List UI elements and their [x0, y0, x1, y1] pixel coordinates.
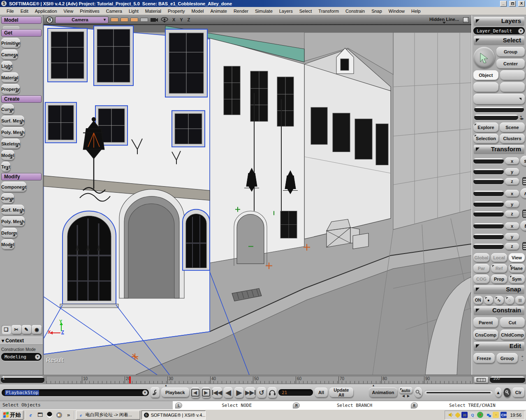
- freeze-button[interactable]: Freeze: [473, 353, 495, 363]
- create-menu-button[interactable]: Poly. Mesh: [1, 127, 25, 137]
- group-button[interactable]: Group: [497, 353, 518, 363]
- update-all-button[interactable]: Update All: [329, 388, 353, 397]
- pen-tool-icon[interactable]: ✎: [22, 325, 32, 334]
- animation-menu-button[interactable]: Animation: [369, 388, 398, 397]
- menu-item[interactable]: Layers: [276, 7, 296, 15]
- display-mode-dropdown[interactable]: Hidden Line...: [429, 17, 459, 23]
- scale-tool-button[interactable]: s: [520, 156, 526, 166]
- rotate-y-slider[interactable]: [473, 201, 504, 207]
- rotate-x-button[interactable]: x: [505, 190, 519, 197]
- quicktime-icon[interactable]: Q: [469, 412, 475, 418]
- set-key-up-icon[interactable]: ▲: [495, 388, 502, 397]
- scale-x-slider[interactable]: [473, 158, 504, 164]
- scale-z-button[interactable]: z: [505, 178, 519, 185]
- current-frame-field[interactable]: 21: [278, 389, 313, 396]
- viewport-resize-icon[interactable]: [463, 17, 469, 23]
- menu-item[interactable]: Constrain: [342, 7, 368, 15]
- viewport-memo-button[interactable]: B: [46, 16, 53, 23]
- modify-menu-button[interactable]: Model: [1, 239, 14, 249]
- ref-mode-button[interactable]: Ref: [491, 264, 507, 273]
- ie-quicklaunch-icon[interactable]: e: [27, 411, 35, 419]
- prev-key-icon[interactable]: ◀: [402, 394, 405, 398]
- task-button-xsi[interactable]: S SOFTIMAGE® | XSI® v.4...: [141, 411, 206, 420]
- sym-mode-button[interactable]: Sym: [509, 275, 525, 284]
- translate-tool-button[interactable]: t: [520, 221, 526, 231]
- stepper-arrows-icon[interactable]: ▲◀▶: [519, 115, 524, 120]
- edit-section-header[interactable]: Edit: [474, 342, 524, 351]
- menu-item[interactable]: View: [60, 7, 77, 15]
- modify-menu-button[interactable]: Surf. Mesh: [1, 205, 24, 215]
- rotate-z-slider[interactable]: [473, 211, 504, 217]
- playback-mode-dropdown[interactable]: PlaybackStop ▼: [2, 389, 149, 396]
- menu-item[interactable]: Transform: [315, 7, 342, 15]
- rotate-y-button[interactable]: y: [505, 201, 519, 208]
- construction-mode-dropdown[interactable]: Modeling ▼: [1, 353, 42, 361]
- input-gold-icon[interactable]: [455, 412, 461, 418]
- select-blank-button[interactable]: [500, 70, 525, 80]
- toolbar-mode-selector[interactable]: Model: [1, 16, 42, 24]
- volume-icon[interactable]: [448, 412, 454, 418]
- playhead[interactable]: [129, 376, 131, 383]
- lan-icon[interactable]: [485, 412, 491, 418]
- scale-y-button[interactable]: y: [505, 168, 519, 175]
- modify-menu-button[interactable]: Poly. Mesh: [1, 216, 25, 226]
- audio-mute-button[interactable]: [268, 387, 277, 398]
- restore-button[interactable]: [509, 1, 516, 7]
- local-mode-button[interactable]: Local: [491, 253, 507, 262]
- quicklaunch-overflow-icon[interactable]: »: [65, 411, 73, 419]
- get-menu-button[interactable]: Material: [1, 72, 19, 83]
- uniform-rotate-icon[interactable]: [522, 210, 526, 218]
- menu-item[interactable]: Primitives: [76, 7, 103, 15]
- snap-region-icon[interactable]: ◌: [505, 296, 514, 305]
- constrain-button[interactable]: CnsComp: [473, 330, 498, 340]
- all-button[interactable]: All: [315, 388, 328, 397]
- menu-item[interactable]: Window: [385, 7, 408, 15]
- minus-icon[interactable]: −: [520, 359, 525, 362]
- menu-item[interactable]: Property: [165, 7, 188, 15]
- explore-button[interactable]: Explore: [473, 122, 498, 132]
- selection-filter-dropdown[interactable]: [473, 94, 525, 104]
- snap-point-icon[interactable]: ●: [484, 296, 494, 305]
- translate-x-slider[interactable]: [473, 223, 504, 228]
- select-section-header[interactable]: Select: [474, 36, 524, 45]
- loop-button[interactable]: ↺: [257, 387, 266, 398]
- transform-section-header[interactable]: Transform: [474, 145, 524, 154]
- rotate-x-slider[interactable]: [473, 191, 504, 196]
- snap-section-header[interactable]: Snap: [474, 285, 524, 294]
- lock-icon[interactable]: ▫: [493, 412, 499, 418]
- get-menu-button[interactable]: Property: [1, 84, 20, 94]
- signal-icon[interactable]: (•): [461, 412, 468, 418]
- menu-item[interactable]: Render: [230, 7, 252, 15]
- menu-item[interactable]: Model: [188, 7, 207, 15]
- save-key-icon[interactable]: [503, 388, 511, 397]
- menu-item[interactable]: Help: [408, 7, 424, 15]
- memo-cam-slot-icon[interactable]: [130, 18, 138, 22]
- menu-item[interactable]: File: [3, 7, 17, 15]
- select-center-button[interactable]: Center: [496, 59, 525, 69]
- input-language-indicator[interactable]: CH: [501, 412, 507, 418]
- plus-icon[interactable]: ＋: [520, 355, 525, 358]
- next-key-icon[interactable]: ▶: [407, 394, 410, 398]
- frame-forward-button[interactable]: ▶: [202, 387, 211, 398]
- camera-icon[interactable]: [150, 17, 158, 23]
- create-menu-button[interactable]: Text: [1, 162, 10, 172]
- layer-dropdown[interactable]: Layer_Default ▼: [473, 27, 525, 35]
- minimize-button[interactable]: _: [500, 1, 507, 7]
- timeline-start-field[interactable]: 1: [1, 376, 44, 383]
- selection-slider[interactable]: [474, 107, 524, 112]
- menu-item[interactable]: Select: [296, 7, 315, 15]
- timeline-end-field[interactable]: 100: [490, 376, 525, 383]
- global-mode-button[interactable]: Global: [473, 253, 489, 262]
- close-button[interactable]: X: [518, 1, 525, 7]
- timeline-range-icon[interactable]: [474, 377, 488, 383]
- show-desktop-icon[interactable]: 🗔: [36, 411, 44, 419]
- go-to-start-button[interactable]: ◀◀: [212, 387, 222, 398]
- snap-on-button[interactable]: ON: [473, 296, 483, 305]
- translate-y-slider[interactable]: [473, 234, 504, 239]
- translate-z-button[interactable]: z: [505, 243, 519, 250]
- select-group-button[interactable]: Group: [496, 47, 525, 57]
- modify-menu-button[interactable]: Component: [1, 182, 26, 192]
- memo-cam-slot-icon[interactable]: [120, 18, 128, 22]
- selection-slider-2[interactable]: [474, 115, 518, 120]
- start-button[interactable]: 开始: [1, 411, 23, 420]
